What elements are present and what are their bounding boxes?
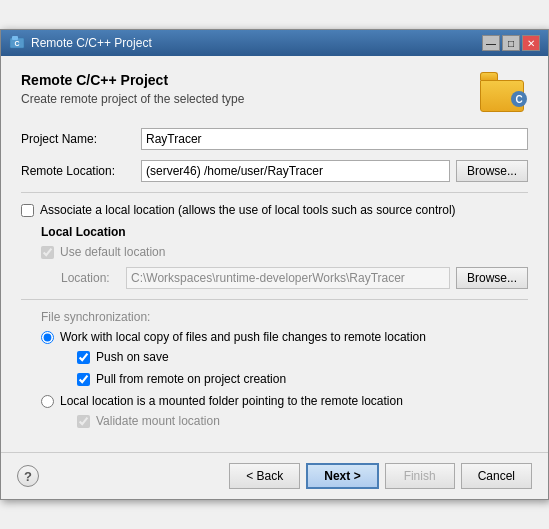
minimize-button[interactable]: — [482,35,500,51]
dialog-heading: Remote C/C++ Project [21,72,244,88]
project-name-input[interactable] [141,128,528,150]
radio-work-local-row: Work with local copy of files and push f… [41,330,528,344]
associate-local-label[interactable]: Associate a local location (allows the u… [40,203,456,217]
dialog-content: Remote C/C++ Project Create remote proje… [1,56,548,452]
sub-options: Push on save Pull from remote on project… [77,350,528,386]
back-button[interactable]: < Back [229,463,300,489]
maximize-button[interactable]: □ [502,35,520,51]
folder-arrow-badge: C [511,91,527,107]
validate-mount-label: Validate mount location [96,414,220,428]
folder-body: C [480,80,524,112]
title-bar-buttons: — □ ✕ [482,35,540,51]
footer-left: ? [17,465,39,487]
push-on-save-row: Push on save [77,350,528,364]
next-button[interactable]: Next > [306,463,378,489]
push-on-save-checkbox[interactable] [77,351,90,364]
project-name-label: Project Name: [21,132,141,146]
local-location-section: Local Location Use default location Loca… [41,225,528,289]
title-bar-text: Remote C/C++ Project [31,36,152,50]
use-default-row: Use default location [41,245,528,259]
dialog-title-section: Remote C/C++ Project Create remote proje… [21,72,244,106]
browse-local-button[interactable]: Browse... [456,267,528,289]
dialog-window: C Remote C/C++ Project — □ ✕ Remote C/C+… [0,29,549,500]
pull-from-remote-row: Pull from remote on project creation [77,372,528,386]
folder-icon: C [480,72,528,112]
radio-work-local[interactable] [41,331,54,344]
title-bar-left: C Remote C/C++ Project [9,35,152,51]
remote-location-input[interactable] [141,160,450,182]
footer-buttons: < Back Next > Finish Cancel [229,463,532,489]
folder-tab [480,72,498,80]
help-button[interactable]: ? [17,465,39,487]
file-sync-section: File synchronization: Work with local co… [41,310,528,428]
remote-location-row: Remote Location: Browse... [21,160,528,182]
validate-mount-checkbox[interactable] [77,415,90,428]
project-name-row: Project Name: [21,128,528,150]
radio-mounted[interactable] [41,395,54,408]
local-location-heading: Local Location [41,225,528,239]
associate-local-checkbox[interactable] [21,204,34,217]
use-default-label: Use default location [60,245,165,259]
title-bar-icon: C [9,35,25,51]
associate-local-row: Associate a local location (allows the u… [21,203,528,217]
footer-bar: ? < Back Next > Finish Cancel [1,452,548,499]
radio-work-local-label: Work with local copy of files and push f… [60,330,426,344]
file-sync-label: File synchronization: [41,310,528,324]
close-button[interactable]: ✕ [522,35,540,51]
push-on-save-label: Push on save [96,350,169,364]
pull-from-remote-checkbox[interactable] [77,373,90,386]
radio-mounted-label: Local location is a mounted folder point… [60,394,403,408]
cancel-button[interactable]: Cancel [461,463,532,489]
browse-remote-button[interactable]: Browse... [456,160,528,182]
divider-1 [21,192,528,193]
radio-mounted-row: Local location is a mounted folder point… [41,394,528,408]
validate-mount-row: Validate mount location [77,414,528,428]
location-input [126,267,450,289]
title-bar: C Remote C/C++ Project — □ ✕ [1,30,548,56]
remote-location-label: Remote Location: [21,164,141,178]
svg-text:C: C [14,40,19,47]
use-default-checkbox[interactable] [41,246,54,259]
location-label: Location: [61,271,126,285]
finish-button[interactable]: Finish [385,463,455,489]
dialog-header: Remote C/C++ Project Create remote proje… [21,72,528,112]
divider-2 [21,299,528,300]
location-row: Location: Browse... [61,267,528,289]
pull-from-remote-label: Pull from remote on project creation [96,372,286,386]
dialog-subtitle: Create remote project of the selected ty… [21,92,244,106]
